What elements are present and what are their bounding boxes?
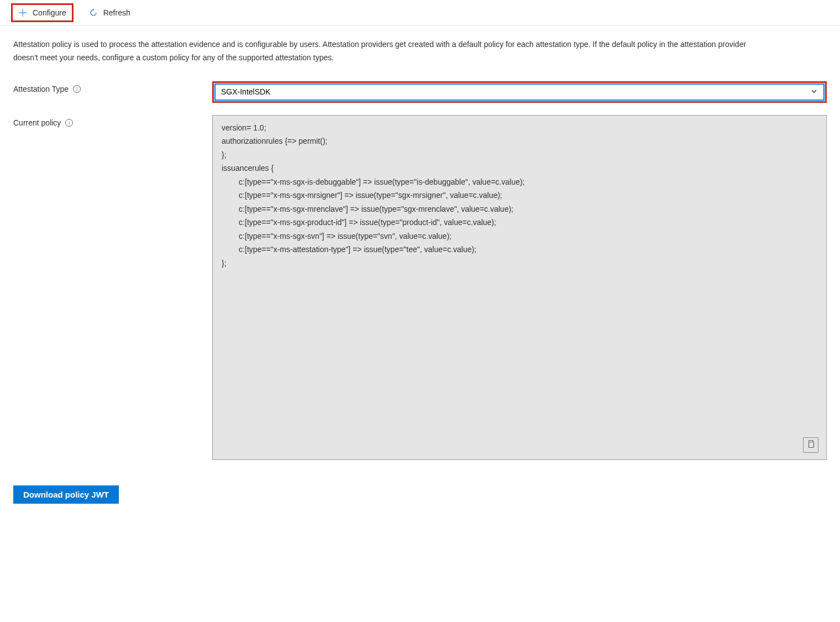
policy-text-box: version= 1.0; authorizationrules {=> per… bbox=[212, 115, 827, 460]
info-icon[interactable]: i bbox=[65, 119, 73, 127]
attestation-type-value: SGX-IntelSDK bbox=[221, 87, 270, 96]
policy-text: version= 1.0; authorizationrules {=> per… bbox=[222, 123, 524, 268]
attestation-type-label-wrap: Attestation Type i bbox=[13, 81, 212, 93]
configure-label: Configure bbox=[33, 8, 66, 17]
refresh-icon bbox=[89, 8, 98, 17]
plus-icon bbox=[18, 8, 27, 17]
attestation-type-dropdown[interactable]: SGX-IntelSDK bbox=[214, 83, 825, 101]
refresh-button[interactable]: Refresh bbox=[83, 5, 136, 20]
info-icon[interactable]: i bbox=[73, 85, 81, 93]
current-policy-control: version= 1.0; authorizationrules {=> per… bbox=[212, 115, 827, 460]
configure-highlight: Configure bbox=[11, 3, 74, 22]
copy-icon bbox=[806, 440, 815, 450]
attestation-type-highlight: SGX-IntelSDK bbox=[212, 81, 827, 103]
toolbar: Configure Refresh bbox=[0, 0, 840, 26]
content-area: Attestation policy is used to process th… bbox=[0, 26, 840, 516]
current-policy-row: Current policy i version= 1.0; authoriza… bbox=[13, 115, 827, 460]
refresh-label: Refresh bbox=[103, 8, 130, 17]
current-policy-label-wrap: Current policy i bbox=[13, 115, 212, 127]
configure-button[interactable]: Configure bbox=[13, 5, 72, 20]
download-label: Download policy JWT bbox=[23, 490, 109, 499]
svg-rect-2 bbox=[809, 442, 814, 448]
attestation-type-control: SGX-IntelSDK bbox=[212, 81, 827, 103]
attestation-type-row: Attestation Type i SGX-IntelSDK bbox=[13, 81, 827, 103]
current-policy-label: Current policy bbox=[13, 118, 61, 127]
download-policy-jwt-button[interactable]: Download policy JWT bbox=[13, 485, 119, 504]
attestation-type-label: Attestation Type bbox=[13, 85, 69, 93]
chevron-down-icon bbox=[810, 87, 818, 97]
policy-description: Attestation policy is used to process th… bbox=[13, 38, 754, 65]
copy-button[interactable] bbox=[803, 437, 818, 453]
